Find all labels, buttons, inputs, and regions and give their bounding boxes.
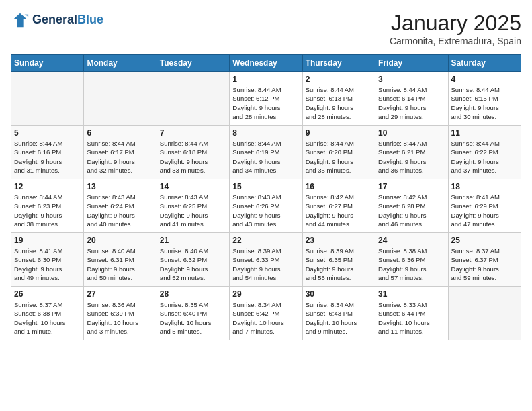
calendar-cell: 10Sunrise: 8:44 AM Sunset: 6:21 PM Dayli… (375, 126, 448, 179)
day-info: Sunrise: 8:37 AM Sunset: 6:38 PM Dayligh… (14, 300, 81, 336)
calendar-table: SundayMondayTuesdayWednesdayThursdayFrid… (11, 54, 521, 340)
col-header-friday: Friday (375, 55, 448, 72)
calendar-cell: 4Sunrise: 8:44 AM Sunset: 6:15 PM Daylig… (448, 72, 521, 126)
day-info: Sunrise: 8:41 AM Sunset: 6:30 PM Dayligh… (14, 246, 81, 282)
day-info: Sunrise: 8:44 AM Sunset: 6:20 PM Dayligh… (306, 139, 372, 175)
day-info: Sunrise: 8:38 AM Sunset: 6:36 PM Dayligh… (378, 246, 445, 282)
col-header-wednesday: Wednesday (230, 55, 302, 72)
calendar-week-5: 26Sunrise: 8:37 AM Sunset: 6:38 PM Dayli… (11, 287, 521, 340)
day-info: Sunrise: 8:44 AM Sunset: 6:13 PM Dayligh… (306, 85, 372, 121)
day-info: Sunrise: 8:37 AM Sunset: 6:37 PM Dayligh… (451, 246, 518, 282)
day-number: 23 (306, 236, 372, 245)
day-number: 19 (14, 236, 81, 245)
day-number: 2 (306, 75, 372, 84)
svg-marker-1 (25, 15, 29, 17)
day-info: Sunrise: 8:40 AM Sunset: 6:31 PM Dayligh… (87, 246, 153, 282)
day-info: Sunrise: 8:39 AM Sunset: 6:35 PM Dayligh… (306, 246, 372, 282)
day-info: Sunrise: 8:44 AM Sunset: 6:19 PM Dayligh… (232, 139, 299, 175)
day-number: 16 (306, 182, 372, 191)
day-info: Sunrise: 8:33 AM Sunset: 6:44 PM Dayligh… (378, 300, 445, 336)
day-number: 24 (378, 236, 445, 245)
day-number: 18 (451, 182, 518, 191)
day-number: 27 (87, 289, 153, 299)
day-number: 9 (306, 128, 372, 138)
calendar-cell: 28Sunrise: 8:35 AM Sunset: 6:40 PM Dayli… (157, 287, 229, 340)
day-info: Sunrise: 8:44 AM Sunset: 6:22 PM Dayligh… (451, 139, 518, 175)
svg-marker-0 (13, 13, 28, 28)
day-info: Sunrise: 8:43 AM Sunset: 6:26 PM Dayligh… (232, 193, 299, 228)
calendar-cell (84, 72, 157, 126)
day-info: Sunrise: 8:43 AM Sunset: 6:24 PM Dayligh… (87, 193, 153, 228)
day-number: 13 (87, 182, 153, 191)
day-number: 22 (232, 236, 299, 245)
logo-text: GeneralBlue (32, 13, 103, 27)
day-info: Sunrise: 8:44 AM Sunset: 6:23 PM Dayligh… (14, 193, 81, 228)
day-number: 4 (451, 75, 518, 84)
day-number: 31 (378, 289, 445, 299)
calendar-cell: 29Sunrise: 8:34 AM Sunset: 6:42 PM Dayli… (230, 287, 302, 340)
calendar-cell (157, 72, 229, 126)
calendar-cell: 20Sunrise: 8:40 AM Sunset: 6:31 PM Dayli… (84, 233, 157, 287)
day-info: Sunrise: 8:36 AM Sunset: 6:39 PM Dayligh… (87, 300, 153, 336)
calendar-cell: 15Sunrise: 8:43 AM Sunset: 6:26 PM Dayli… (230, 179, 302, 233)
calendar-cell: 12Sunrise: 8:44 AM Sunset: 6:23 PM Dayli… (11, 179, 84, 233)
day-number: 8 (232, 128, 299, 138)
day-info: Sunrise: 8:44 AM Sunset: 6:18 PM Dayligh… (160, 139, 226, 175)
calendar-cell: 11Sunrise: 8:44 AM Sunset: 6:22 PM Dayli… (448, 126, 521, 179)
day-number: 7 (160, 128, 226, 138)
title-block: January 2025 Carmonita, Extremadura, Spa… (390, 11, 521, 46)
calendar-cell: 5Sunrise: 8:44 AM Sunset: 6:16 PM Daylig… (11, 126, 84, 179)
location: Carmonita, Extremadura, Spain (390, 36, 521, 46)
col-header-monday: Monday (84, 55, 157, 72)
calendar-cell (11, 72, 84, 126)
calendar-week-3: 12Sunrise: 8:44 AM Sunset: 6:23 PM Dayli… (11, 179, 521, 233)
calendar-cell: 7Sunrise: 8:44 AM Sunset: 6:18 PM Daylig… (157, 126, 229, 179)
day-number: 3 (378, 75, 445, 84)
day-info: Sunrise: 8:44 AM Sunset: 6:16 PM Dayligh… (14, 139, 81, 175)
page-header: GeneralBlue January 2025 Carmonita, Extr… (11, 11, 521, 46)
logo-icon (11, 11, 30, 30)
day-info: Sunrise: 8:35 AM Sunset: 6:40 PM Dayligh… (160, 300, 226, 336)
day-number: 6 (87, 128, 153, 138)
month-title: January 2025 (390, 11, 521, 36)
calendar-cell: 25Sunrise: 8:37 AM Sunset: 6:37 PM Dayli… (448, 233, 521, 287)
day-info: Sunrise: 8:42 AM Sunset: 6:28 PM Dayligh… (378, 193, 445, 228)
col-header-thursday: Thursday (302, 55, 375, 72)
calendar-cell: 30Sunrise: 8:34 AM Sunset: 6:43 PM Dayli… (302, 287, 375, 340)
calendar-cell: 19Sunrise: 8:41 AM Sunset: 6:30 PM Dayli… (11, 233, 84, 287)
calendar-header-row: SundayMondayTuesdayWednesdayThursdayFrid… (11, 55, 521, 72)
day-info: Sunrise: 8:41 AM Sunset: 6:29 PM Dayligh… (451, 193, 518, 228)
day-info: Sunrise: 8:44 AM Sunset: 6:21 PM Dayligh… (378, 139, 445, 175)
day-number: 20 (87, 236, 153, 245)
day-number: 28 (160, 289, 226, 299)
day-number: 26 (14, 289, 81, 299)
day-info: Sunrise: 8:44 AM Sunset: 6:14 PM Dayligh… (378, 85, 445, 121)
calendar-cell: 26Sunrise: 8:37 AM Sunset: 6:38 PM Dayli… (11, 287, 84, 340)
day-info: Sunrise: 8:44 AM Sunset: 6:15 PM Dayligh… (451, 85, 518, 121)
calendar-cell: 18Sunrise: 8:41 AM Sunset: 6:29 PM Dayli… (448, 179, 521, 233)
day-number: 29 (232, 289, 299, 299)
day-info: Sunrise: 8:43 AM Sunset: 6:25 PM Dayligh… (160, 193, 226, 228)
calendar-body: 1Sunrise: 8:44 AM Sunset: 6:12 PM Daylig… (11, 72, 521, 340)
calendar-week-2: 5Sunrise: 8:44 AM Sunset: 6:16 PM Daylig… (11, 126, 521, 179)
day-number: 11 (451, 128, 518, 138)
calendar-cell: 22Sunrise: 8:39 AM Sunset: 6:33 PM Dayli… (230, 233, 302, 287)
calendar-cell: 13Sunrise: 8:43 AM Sunset: 6:24 PM Dayli… (84, 179, 157, 233)
day-info: Sunrise: 8:40 AM Sunset: 6:32 PM Dayligh… (160, 246, 226, 282)
day-info: Sunrise: 8:34 AM Sunset: 6:43 PM Dayligh… (306, 300, 372, 336)
day-number: 12 (14, 182, 81, 191)
col-header-tuesday: Tuesday (157, 55, 229, 72)
calendar-cell: 8Sunrise: 8:44 AM Sunset: 6:19 PM Daylig… (230, 126, 302, 179)
day-info: Sunrise: 8:44 AM Sunset: 6:12 PM Dayligh… (232, 85, 299, 121)
logo: GeneralBlue (11, 11, 103, 30)
day-number: 15 (232, 182, 299, 191)
col-header-saturday: Saturday (448, 55, 521, 72)
col-header-sunday: Sunday (11, 55, 84, 72)
calendar-cell: 14Sunrise: 8:43 AM Sunset: 6:25 PM Dayli… (157, 179, 229, 233)
calendar-cell: 1Sunrise: 8:44 AM Sunset: 6:12 PM Daylig… (230, 72, 302, 126)
calendar-week-4: 19Sunrise: 8:41 AM Sunset: 6:30 PM Dayli… (11, 233, 521, 287)
calendar-cell (448, 287, 521, 340)
calendar-cell: 16Sunrise: 8:42 AM Sunset: 6:27 PM Dayli… (302, 179, 375, 233)
calendar-cell: 21Sunrise: 8:40 AM Sunset: 6:32 PM Dayli… (157, 233, 229, 287)
day-number: 25 (451, 236, 518, 245)
